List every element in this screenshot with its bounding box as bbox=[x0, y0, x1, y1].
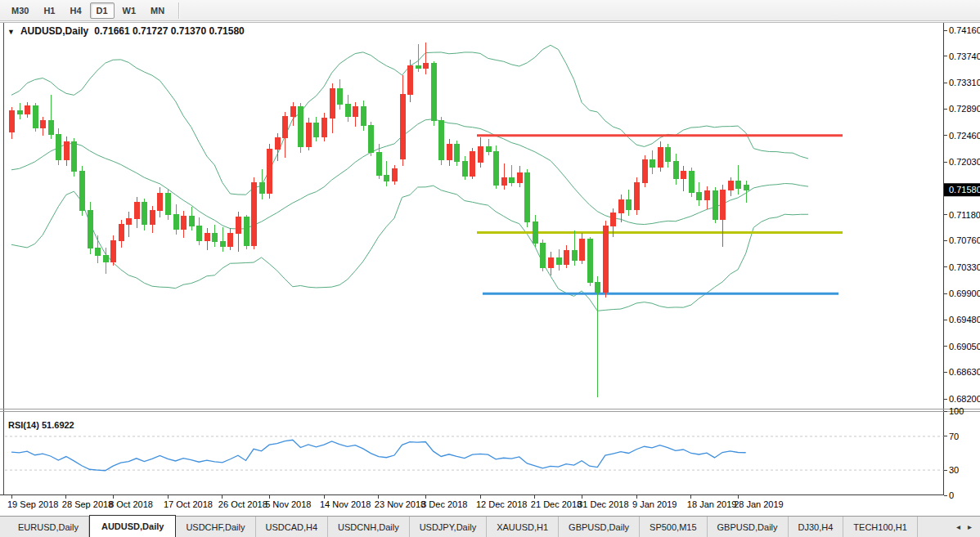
rsi-line bbox=[11, 440, 746, 471]
tabs-scroll-right-icon[interactable]: ▸ bbox=[968, 522, 972, 531]
timeframe-button-m30[interactable]: M30 bbox=[5, 2, 35, 19]
chart-tab-usdcad-h4[interactable]: USDCAD,H4 bbox=[256, 517, 329, 537]
bollinger-lower-band bbox=[11, 186, 808, 311]
chart-tab-eurusd-daily[interactable]: EURUSD,Daily bbox=[8, 517, 89, 537]
svg-text:0.74160: 0.74160 bbox=[949, 25, 980, 35]
chart-tab-sp500-m15[interactable]: SP500,M15 bbox=[640, 517, 707, 537]
svg-text:3 Dec 2018: 3 Dec 2018 bbox=[421, 499, 467, 509]
svg-text:0.69480: 0.69480 bbox=[949, 315, 980, 324]
current-price-tag: 0.71580 bbox=[944, 183, 980, 196]
timeframe-button-d1[interactable]: D1 bbox=[90, 2, 115, 19]
svg-text:9 Jan 2019: 9 Jan 2019 bbox=[632, 499, 677, 509]
svg-text:30: 30 bbox=[949, 465, 959, 475]
chart-tab-usdcnh-daily[interactable]: USDCNH,Daily bbox=[328, 517, 410, 537]
svg-text:0.72030: 0.72030 bbox=[949, 157, 980, 167]
chart-canvas[interactable]: 0.741600.737400.733100.728900.724600.720… bbox=[0, 22, 980, 516]
svg-text:0.70760: 0.70760 bbox=[949, 235, 980, 245]
svg-text:0.71180: 0.71180 bbox=[949, 210, 980, 220]
rsi-axis: 10070300 bbox=[944, 406, 964, 500]
svg-text:21 Dec 2018: 21 Dec 2018 bbox=[531, 499, 582, 509]
chart-frame bbox=[0, 23, 980, 495]
chart-symbol-label: AUDUSD,Daily bbox=[20, 25, 88, 37]
rsi-level-lines bbox=[5, 436, 944, 470]
svg-text:100: 100 bbox=[949, 406, 964, 416]
svg-text:0.68200: 0.68200 bbox=[949, 394, 980, 404]
symbol-dropdown-arrow-icon[interactable]: ▼ bbox=[7, 28, 15, 36]
timeframe-button-w1[interactable]: W1 bbox=[116, 2, 143, 19]
svg-text:70: 70 bbox=[949, 432, 959, 441]
toolbar-separator bbox=[178, 2, 180, 19]
svg-text:0: 0 bbox=[949, 490, 954, 500]
svg-text:12 Dec 2018: 12 Dec 2018 bbox=[476, 499, 527, 509]
svg-text:18 Jan 2019: 18 Jan 2019 bbox=[687, 499, 737, 509]
tabs-scroll-left-icon[interactable]: ◂ bbox=[956, 522, 960, 531]
svg-text:0.68630: 0.68630 bbox=[949, 367, 980, 377]
chart-tab-audusd-daily[interactable]: AUDUSD,Daily bbox=[89, 515, 176, 537]
chart-tab-usdjpy-daily[interactable]: USDJPY,Daily bbox=[410, 517, 488, 537]
svg-text:5 Nov 2018: 5 Nov 2018 bbox=[265, 499, 311, 509]
svg-text:23 Nov 2018: 23 Nov 2018 bbox=[375, 499, 425, 509]
svg-text:31 Dec 2018: 31 Dec 2018 bbox=[578, 499, 628, 509]
rsi-value: 51.6922 bbox=[42, 420, 74, 430]
timeframe-button-h1[interactable]: H1 bbox=[37, 2, 61, 19]
svg-text:19 Sep 2018: 19 Sep 2018 bbox=[7, 499, 58, 509]
svg-text:8 Oct 2018: 8 Oct 2018 bbox=[109, 499, 153, 509]
timeframe-button-mn[interactable]: MN bbox=[144, 2, 171, 19]
rsi-indicator-label: RSI(14) 51.6922 bbox=[8, 420, 74, 430]
svg-text:0.72460: 0.72460 bbox=[949, 131, 980, 141]
svg-text:0.69900: 0.69900 bbox=[949, 289, 980, 298]
price-axis: 0.741600.737400.733100.728900.724600.720… bbox=[944, 25, 980, 404]
timeframe-toolbar: M30H1H4D1W1MN bbox=[0, 0, 980, 21]
chart-tab-tech100-h1[interactable]: TECH100,H1 bbox=[843, 517, 917, 537]
svg-text:28 Jan 2019: 28 Jan 2019 bbox=[734, 499, 784, 509]
rsi-name: RSI(14) bbox=[8, 420, 39, 430]
date-axis: 19 Sep 201828 Sep 20188 Oct 201817 Oct 2… bbox=[7, 495, 784, 510]
chart-tab-gbpusd-daily[interactable]: GBPUSD,Daily bbox=[708, 517, 789, 537]
svg-text:26 Oct 2018: 26 Oct 2018 bbox=[218, 499, 267, 509]
candlesticks bbox=[10, 43, 749, 397]
svg-text:28 Sep 2018: 28 Sep 2018 bbox=[62, 499, 113, 509]
svg-text:0.71580: 0.71580 bbox=[949, 185, 980, 195]
chart-title: ▼ AUDUSD,Daily 0.71661 0.71727 0.71370 0… bbox=[7, 25, 245, 37]
svg-text:0.73310: 0.73310 bbox=[949, 78, 980, 87]
svg-text:0.70330: 0.70330 bbox=[949, 262, 980, 272]
chart-tab-dj30-h4[interactable]: DJ30,H4 bbox=[789, 517, 844, 537]
chart-tab-gbpusd-daily[interactable]: GBPUSD,Daily bbox=[559, 517, 640, 537]
svg-text:0.73740: 0.73740 bbox=[949, 51, 980, 61]
chart-tab-bar: EURUSD,DailyAUDUSD,DailyUSDCHF,DailyUSDC… bbox=[0, 516, 980, 537]
chart-tab-usdchf-daily[interactable]: USDCHF,Daily bbox=[176, 517, 255, 537]
svg-text:0.69050: 0.69050 bbox=[949, 342, 980, 351]
svg-text:0.72890: 0.72890 bbox=[949, 104, 980, 114]
timeframe-button-h4[interactable]: H4 bbox=[63, 2, 88, 19]
chart-ohlc-values: 0.71661 0.71727 0.71370 0.71580 bbox=[94, 25, 245, 37]
svg-text:14 Nov 2018: 14 Nov 2018 bbox=[320, 499, 371, 509]
chart-tab-xauusd-h1[interactable]: XAUUSD,H1 bbox=[487, 517, 559, 537]
tab-scroll-arrows: ◂▸ bbox=[948, 517, 980, 537]
svg-text:17 Oct 2018: 17 Oct 2018 bbox=[164, 499, 213, 509]
